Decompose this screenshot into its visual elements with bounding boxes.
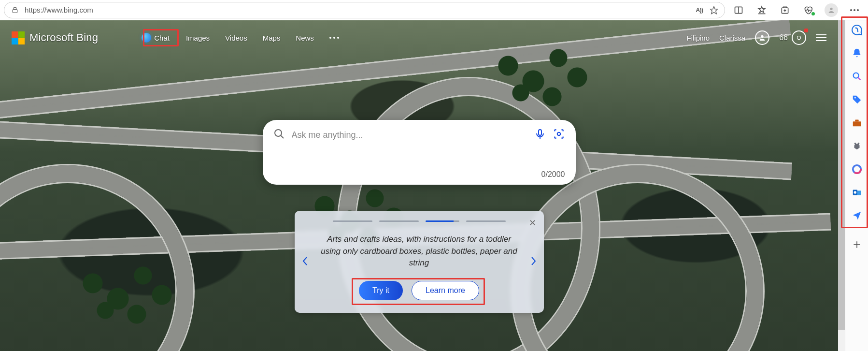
- rewards-medal-icon: [792, 30, 806, 45]
- account-avatar[interactable]: [755, 30, 769, 45]
- nav-images[interactable]: Images: [186, 34, 210, 42]
- svg-marker-4: [758, 6, 765, 13]
- scrollbar-thumb[interactable]: [838, 20, 845, 330]
- browser-essentials-heart-icon[interactable]: [798, 2, 818, 18]
- carousel-dot[interactable]: [379, 220, 419, 222]
- svg-rect-0: [13, 9, 17, 13]
- rewards-points: 66: [779, 33, 788, 42]
- try-it-button[interactable]: Try it: [359, 281, 403, 300]
- char-counter: 0/2000: [273, 170, 565, 179]
- sidebar-bing-chat-icon[interactable]: [849, 22, 865, 38]
- carousel-prev-icon[interactable]: [301, 255, 308, 270]
- rewards-notification-dot: [804, 29, 808, 32]
- microsoft-logo-icon: [12, 31, 25, 44]
- main-nav: Chat Images Videos Maps News: [142, 31, 339, 44]
- svg-point-20: [853, 73, 858, 78]
- page-scrollbar[interactable]: [838, 20, 845, 351]
- profile-button[interactable]: [822, 2, 841, 18]
- bing-header: Microsoft Bing Chat Images Videos Maps N…: [0, 26, 838, 49]
- rewards-link[interactable]: 66: [779, 30, 806, 45]
- svg-point-12: [857, 9, 859, 11]
- sidebar-games-icon[interactable]: [849, 138, 865, 154]
- svg-rect-23: [853, 121, 861, 126]
- carousel-close-icon[interactable]: ✕: [529, 218, 536, 228]
- account-name[interactable]: Clarissa: [719, 34, 745, 42]
- suggestion-carousel: ✕ Arts and crafts ideas, with instructio…: [295, 211, 544, 313]
- svg-point-9: [830, 7, 832, 10]
- favorite-star-icon[interactable]: [709, 5, 719, 15]
- svg-marker-1: [711, 6, 718, 14]
- carousel-next-icon[interactable]: [530, 255, 537, 270]
- carousel-progress: [307, 220, 531, 222]
- svg-point-11: [854, 9, 855, 11]
- svg-rect-24: [855, 120, 858, 122]
- svg-point-14: [797, 36, 801, 40]
- nav-more[interactable]: [329, 37, 339, 39]
- learn-more-button[interactable]: Learn more: [412, 281, 479, 300]
- url-input[interactable]: [25, 6, 690, 14]
- carousel-dot-active[interactable]: [426, 220, 459, 222]
- svg-line-16: [281, 135, 284, 138]
- collections-icon[interactable]: [775, 2, 795, 18]
- hamburger-menu-icon[interactable]: [816, 34, 826, 41]
- address-bar[interactable]: A)): [4, 2, 725, 18]
- brand-text: Microsoft Bing: [29, 31, 98, 44]
- svg-point-10: [850, 9, 852, 11]
- sidebar-add-icon[interactable]: [849, 237, 865, 252]
- favorites-list-icon[interactable]: [752, 2, 771, 18]
- chat-bubble-icon: [142, 33, 151, 43]
- image-search-icon[interactable]: [553, 128, 565, 142]
- search-input[interactable]: [292, 130, 527, 140]
- nav-chat-label: Chat: [154, 34, 170, 42]
- language-link[interactable]: Filipino: [686, 34, 710, 42]
- svg-point-22: [854, 97, 855, 99]
- ellipsis-icon: [329, 37, 339, 39]
- sidebar-bell-icon[interactable]: [849, 45, 865, 61]
- svg-line-21: [858, 77, 860, 80]
- search-icon: [273, 128, 285, 142]
- voice-search-icon[interactable]: [534, 128, 546, 142]
- bing-logo[interactable]: Microsoft Bing: [12, 31, 98, 44]
- sidebar-m365-icon[interactable]: [849, 161, 865, 177]
- browser-toolbar: A)): [0, 0, 868, 20]
- sidebar-outlook-icon[interactable]: [849, 185, 865, 200]
- sidebar-shopping-tag-icon[interactable]: [849, 92, 865, 107]
- nav-chat[interactable]: Chat: [142, 31, 171, 44]
- svg-point-28: [854, 191, 856, 194]
- svg-rect-17: [539, 130, 541, 135]
- settings-more-icon[interactable]: [845, 2, 864, 18]
- carousel-dot[interactable]: [466, 220, 506, 222]
- nav-maps[interactable]: Maps: [263, 34, 281, 42]
- sidebar-search-icon[interactable]: [849, 69, 865, 84]
- svg-point-19: [557, 132, 560, 136]
- nav-videos[interactable]: Videos: [225, 34, 247, 42]
- svg-point-13: [761, 35, 764, 38]
- sidebar-tools-icon[interactable]: [849, 115, 865, 131]
- edge-sidebar: [845, 20, 868, 351]
- read-aloud-icon[interactable]: A)): [695, 5, 704, 15]
- split-screen-icon[interactable]: [729, 2, 748, 18]
- profile-avatar-icon: [825, 3, 838, 17]
- carousel-dot[interactable]: [333, 220, 372, 222]
- sidebar-send-icon[interactable]: [849, 208, 865, 223]
- search-box: 0/2000: [263, 120, 576, 185]
- site-info-lock-icon[interactable]: [10, 5, 20, 15]
- bing-page: Microsoft Bing Chat Images Videos Maps N…: [0, 20, 838, 351]
- carousel-message: Arts and crafts ideas, with instructions…: [307, 234, 531, 269]
- nav-news[interactable]: News: [296, 34, 314, 42]
- svg-point-15: [275, 130, 282, 136]
